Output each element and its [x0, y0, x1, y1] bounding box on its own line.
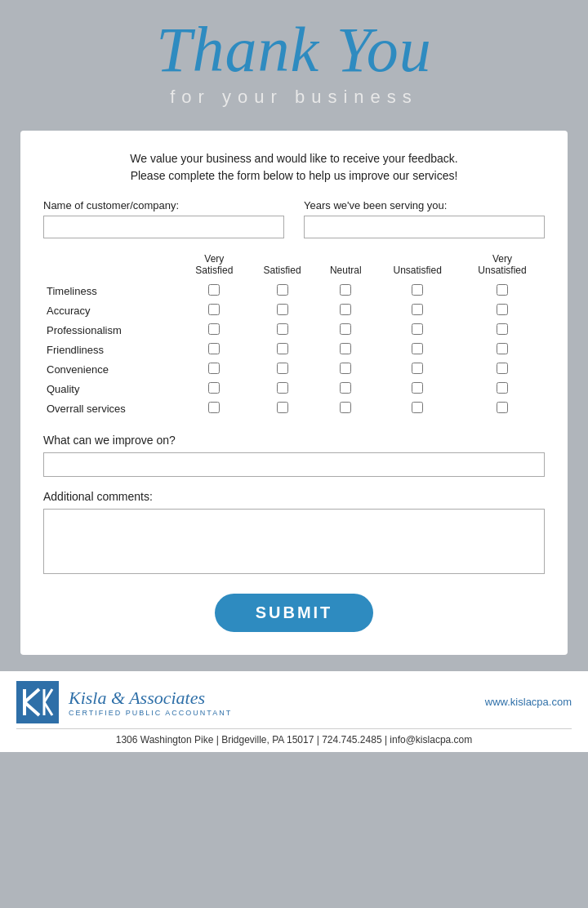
friendliness-very-satisfied[interactable]: [180, 340, 248, 360]
very-unsatisfied-header: VeryUnsatisfied: [460, 253, 545, 282]
neutral-header: Neutral: [316, 253, 375, 282]
professionalism-neutral[interactable]: [316, 321, 375, 340]
cb-friendliness-u[interactable]: [412, 343, 423, 354]
cb-friendliness-vs[interactable]: [208, 343, 220, 354]
unsatisfied-header: Unsatisfied: [375, 253, 460, 282]
footer-website: www.kislacpa.com: [485, 696, 572, 708]
cb-professionalism-n[interactable]: [340, 323, 351, 335]
cb-friendliness-vu[interactable]: [497, 343, 508, 354]
comments-label: Additional comments:: [43, 490, 545, 503]
cb-professionalism-vu[interactable]: [497, 323, 508, 335]
cb-quality-vu[interactable]: [497, 382, 508, 394]
professionalism-satisfied[interactable]: [248, 321, 316, 340]
row-label-accuracy: Accuracy: [43, 301, 180, 321]
cb-professionalism-vs[interactable]: [208, 323, 220, 335]
cb-friendliness-n[interactable]: [340, 343, 351, 354]
timeliness-neutral[interactable]: [316, 282, 375, 301]
row-label-timeliness: Timeliness: [43, 282, 180, 301]
table-row: Professionalism: [43, 321, 545, 340]
improve-input[interactable]: [43, 452, 545, 477]
professionalism-unsatisfied[interactable]: [375, 321, 460, 340]
cb-convenience-s[interactable]: [277, 363, 288, 374]
convenience-neutral[interactable]: [316, 360, 375, 380]
convenience-satisfied[interactable]: [248, 360, 316, 380]
improve-label: What can we improve on?: [43, 434, 545, 447]
quality-very-satisfied[interactable]: [180, 380, 248, 399]
years-field-group: Years we've been serving you:: [304, 199, 545, 238]
table-row: Timeliness: [43, 282, 545, 301]
table-row: Accuracy: [43, 301, 545, 321]
accuracy-very-satisfied[interactable]: [180, 301, 248, 321]
overall-unsatisfied[interactable]: [375, 399, 460, 419]
convenience-very-satisfied[interactable]: [180, 360, 248, 380]
very-satisfied-header: VerySatisfied: [180, 253, 248, 282]
cb-quality-n[interactable]: [340, 382, 351, 394]
footer-logo-area: Kisla & Associates Certified Public Acco…: [16, 681, 232, 723]
cb-accuracy-s[interactable]: [277, 304, 288, 315]
rating-table: VerySatisfied Satisfied Neutral Unsatisf…: [43, 253, 545, 419]
convenience-unsatisfied[interactable]: [375, 360, 460, 380]
timeliness-very-unsatisfied[interactable]: [460, 282, 545, 301]
cb-convenience-vu[interactable]: [497, 363, 508, 374]
cb-overall-u[interactable]: [412, 402, 423, 413]
timeliness-satisfied[interactable]: [248, 282, 316, 301]
cb-timeliness-u[interactable]: [412, 284, 423, 296]
quality-unsatisfied[interactable]: [375, 380, 460, 399]
cb-professionalism-u[interactable]: [412, 323, 423, 335]
cb-accuracy-n[interactable]: [340, 304, 351, 315]
accuracy-satisfied[interactable]: [248, 301, 316, 321]
cb-overall-vs[interactable]: [208, 402, 220, 413]
logo-subtitle: Certified Public Accountant: [69, 709, 232, 717]
friendliness-unsatisfied[interactable]: [375, 340, 460, 360]
row-label-overall: Overrall services: [43, 399, 180, 419]
logo-text-area: Kisla & Associates Certified Public Acco…: [69, 688, 232, 717]
cb-convenience-u[interactable]: [412, 363, 423, 374]
overall-very-unsatisfied[interactable]: [460, 399, 545, 419]
cb-quality-u[interactable]: [412, 382, 423, 394]
cb-timeliness-s[interactable]: [277, 284, 288, 296]
cb-overall-s[interactable]: [277, 402, 288, 413]
convenience-very-unsatisfied[interactable]: [460, 360, 545, 380]
friendliness-very-unsatisfied[interactable]: [460, 340, 545, 360]
accuracy-very-unsatisfied[interactable]: [460, 301, 545, 321]
fields-row: Name of customer/company: Years we've be…: [43, 199, 545, 238]
quality-satisfied[interactable]: [248, 380, 316, 399]
friendliness-neutral[interactable]: [316, 340, 375, 360]
cb-overall-vu[interactable]: [497, 402, 508, 413]
customer-field-group: Name of customer/company:: [43, 199, 284, 238]
cb-convenience-vs[interactable]: [208, 363, 220, 374]
customer-input[interactable]: [43, 216, 284, 238]
cb-accuracy-vu[interactable]: [497, 304, 508, 315]
cb-quality-s[interactable]: [277, 382, 288, 394]
cb-timeliness-n[interactable]: [340, 284, 351, 296]
cb-friendliness-s[interactable]: [277, 343, 288, 354]
quality-very-unsatisfied[interactable]: [460, 380, 545, 399]
cb-overall-n[interactable]: [340, 402, 351, 413]
comments-textarea[interactable]: [43, 509, 545, 574]
row-label-convenience: Convenience: [43, 360, 180, 380]
professionalism-very-unsatisfied[interactable]: [460, 321, 545, 340]
timeliness-unsatisfied[interactable]: [375, 282, 460, 301]
accuracy-unsatisfied[interactable]: [375, 301, 460, 321]
quality-neutral[interactable]: [316, 380, 375, 399]
cb-timeliness-vu[interactable]: [497, 284, 508, 296]
cb-convenience-n[interactable]: [340, 363, 351, 374]
overall-very-satisfied[interactable]: [180, 399, 248, 419]
satisfied-header: Satisfied: [248, 253, 316, 282]
cb-quality-vs[interactable]: [208, 382, 220, 394]
friendliness-satisfied[interactable]: [248, 340, 316, 360]
cb-accuracy-vs[interactable]: [208, 304, 220, 315]
cb-professionalism-s[interactable]: [277, 323, 288, 335]
overall-satisfied[interactable]: [248, 399, 316, 419]
footer: Kisla & Associates Certified Public Acco…: [0, 671, 588, 752]
accuracy-neutral[interactable]: [316, 301, 375, 321]
professionalism-very-satisfied[interactable]: [180, 321, 248, 340]
row-label-quality: Quality: [43, 380, 180, 399]
years-input[interactable]: [304, 216, 545, 238]
timeliness-very-satisfied[interactable]: [180, 282, 248, 301]
overall-neutral[interactable]: [316, 399, 375, 419]
empty-header: [43, 253, 180, 282]
cb-timeliness-vs[interactable]: [208, 284, 220, 296]
cb-accuracy-u[interactable]: [412, 304, 423, 315]
submit-button[interactable]: SUBMIT: [215, 594, 374, 632]
